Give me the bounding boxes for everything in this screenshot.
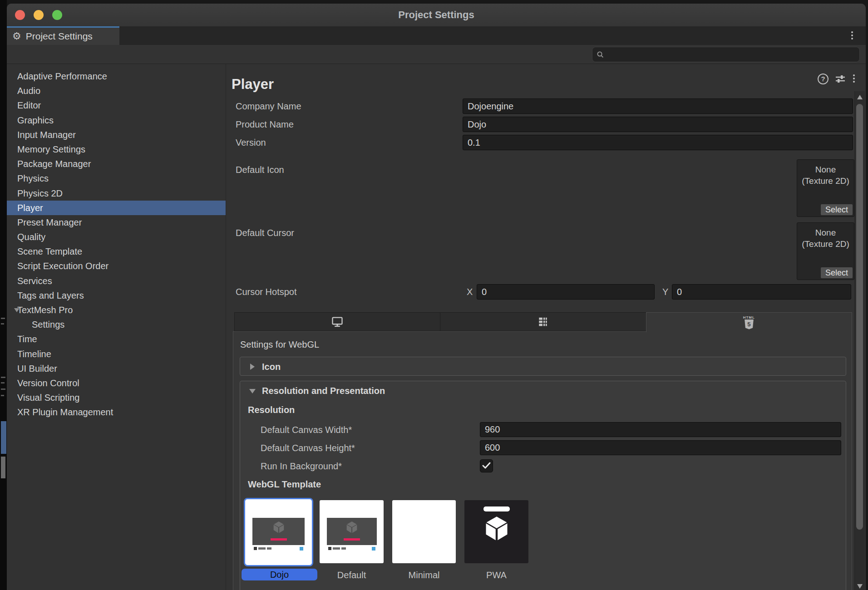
settings-for-webgl-title: Settings for WebGL [240, 339, 319, 350]
scroll-down-arrow-icon[interactable] [857, 584, 863, 589]
expander-triangle-icon[interactable] [14, 308, 20, 312]
webgl-settings-panel: Settings for WebGL Icon Resolution and P… [233, 331, 852, 590]
sidebar-item-scene-template[interactable]: Scene Template [7, 244, 226, 259]
default-icon-select-button[interactable]: Select [821, 204, 853, 215]
scroll-up-arrow-icon[interactable] [857, 95, 863, 99]
sidebar-item-input-manager[interactable]: Input Manager [7, 128, 226, 142]
version-label: Version [236, 135, 266, 150]
desktop-edge-strip [0, 0, 7, 590]
sidebar-item-graphics[interactable]: Graphics [7, 113, 226, 128]
platform-tab-webgl[interactable]: HTML 5 [646, 312, 852, 332]
titlebar: Project Settings [7, 4, 866, 27]
sidebar-item-time[interactable]: Time [7, 332, 226, 346]
default-canvas-width-label: Default Canvas Width* [261, 422, 352, 438]
tab-label: Project Settings [26, 31, 93, 42]
sidebar-item-physics[interactable]: Physics [7, 171, 226, 186]
sidebar-item-ui-builder[interactable]: UI Builder [7, 361, 226, 376]
run-in-background-label: Run In Background* [261, 458, 342, 474]
page-title: Player [232, 76, 274, 93]
sidebar-list: Adaptive Performance Audio Editor Graphi… [7, 64, 226, 420]
expanded-triangle-icon [249, 389, 256, 393]
tab-strip: ⚙ Project Settings [7, 26, 866, 45]
cursor-hotspot-label: Cursor Hotspot [236, 284, 297, 300]
sidebar-item-textmesh-pro-settings[interactable]: Settings [7, 317, 226, 332]
resolution-presentation-section: Resolution and Presentation Resolution D… [240, 381, 846, 590]
vertical-scrollbar[interactable] [854, 91, 865, 590]
company-name-input[interactable] [463, 98, 853, 114]
webgl-template-group-title: WebGL Template [248, 479, 321, 490]
default-cursor-select-button[interactable]: Select [821, 267, 853, 278]
window-title: Project Settings [7, 4, 866, 26]
default-canvas-width-input[interactable] [480, 422, 841, 437]
sidebar-item-textmesh-pro[interactable]: TextMesh Pro [7, 303, 226, 317]
sidebar-item-timeline[interactable]: Timeline [7, 347, 226, 361]
default-icon-texture-well[interactable]: None (Texture 2D) Select [797, 159, 854, 217]
unity-webgl-logo-fragment [328, 547, 331, 550]
search-input[interactable] [604, 50, 859, 59]
sidebar-item-quality[interactable]: Quality [7, 230, 226, 244]
gear-icon: ⚙ [12, 31, 21, 41]
sidebar-item-visual-scripting[interactable]: Visual Scripting [7, 390, 226, 405]
default-canvas-height-input[interactable] [480, 440, 841, 455]
scrollbar-thumb[interactable] [856, 104, 863, 530]
platform-tab-desktop[interactable] [234, 312, 440, 331]
checkmark-icon [482, 462, 491, 469]
sidebar-item-services[interactable]: Services [7, 274, 226, 288]
icon-section-header[interactable]: Icon [240, 357, 846, 376]
player-settings-pane: Player Company Name Product Name Version [226, 64, 859, 590]
hotspot-y-input[interactable] [672, 284, 851, 300]
webgl-template-card-dojo[interactable] [244, 498, 313, 566]
hotspot-y-label: Y [662, 284, 668, 300]
tab-project-settings[interactable]: ⚙ Project Settings [7, 26, 119, 45]
help-icon[interactable] [818, 74, 829, 84]
sidebar-item-tags-and-layers[interactable]: Tags and Layers [7, 288, 226, 303]
sidebar-item-xr-plugin-management[interactable]: XR Plugin Management [7, 405, 226, 419]
version-input[interactable] [463, 135, 853, 150]
server-icon [537, 316, 549, 328]
search-box[interactable] [592, 47, 860, 62]
platform-tab-dedicated-server[interactable] [440, 312, 646, 331]
tabstrip-menu-button[interactable] [851, 31, 853, 39]
unity-logo-icon [272, 521, 285, 533]
sidebar-item-version-control[interactable]: Version Control [7, 376, 226, 390]
sidebar-item-preset-manager[interactable]: Preset Manager [7, 215, 226, 230]
sidebar-item-physics-2d[interactable]: Physics 2D [7, 186, 226, 201]
template-label-dojo[interactable]: Dojo [242, 569, 317, 580]
run-in-background-checkbox[interactable] [480, 459, 493, 472]
sidebar-item-package-manager[interactable]: Package Manager [7, 157, 226, 171]
template-label-default[interactable]: Default [315, 569, 388, 581]
project-settings-window: Project Settings ⚙ Project Settings [7, 4, 866, 590]
sidebar-item-audio[interactable]: Audio [7, 84, 226, 98]
loading-bar [271, 538, 287, 541]
sidebar-item-editor[interactable]: Editor [7, 98, 226, 113]
loading-bar [344, 538, 360, 541]
product-name-label: Product Name [236, 117, 294, 132]
default-cursor-texture-well[interactable]: None (Texture 2D) Select [797, 222, 854, 280]
sidebar-item-player[interactable]: Player [7, 201, 226, 215]
sidebar-item-adaptive-performance[interactable]: Adaptive Performance [7, 69, 226, 84]
sidebar-item-memory-settings[interactable]: Memory Settings [7, 142, 226, 157]
presets-sliders-icon[interactable] [835, 74, 846, 84]
default-icon-label: Default Icon [236, 162, 284, 177]
toolbar [7, 45, 866, 64]
search-icon [597, 51, 604, 59]
company-name-label: Company Name [236, 98, 301, 114]
resolution-group-title: Resolution [248, 405, 295, 415]
html5-icon: HTML 5 [743, 316, 755, 330]
unity-logo-icon [345, 521, 358, 533]
sidebar-item-script-execution-order[interactable]: Script Execution Order [7, 259, 226, 273]
template-label-minimal[interactable]: Minimal [388, 569, 460, 581]
template-label-pwa[interactable]: PWA [460, 569, 533, 581]
unity-logo-icon [484, 516, 509, 541]
inspector-menu-button[interactable] [853, 74, 855, 83]
settings-category-sidebar: Adaptive Performance Audio Editor Graphi… [7, 64, 226, 590]
resolution-section-header[interactable]: Resolution and Presentation [240, 381, 846, 400]
webgl-template-card-minimal[interactable] [392, 500, 456, 563]
webgl-template-card-default[interactable] [320, 500, 384, 563]
pwa-address-bar [483, 506, 510, 511]
screen: Project Settings ⚙ Project Settings [0, 0, 868, 590]
hotspot-x-input[interactable] [477, 284, 655, 300]
product-name-input[interactable] [463, 117, 853, 132]
webgl-template-card-pwa[interactable] [464, 500, 528, 563]
svg-text:5: 5 [747, 321, 750, 328]
